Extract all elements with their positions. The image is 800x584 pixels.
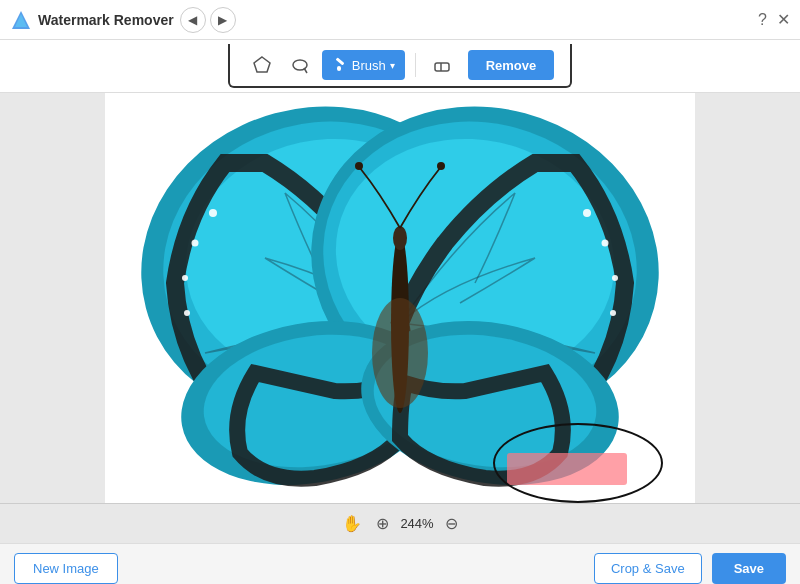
svg-point-31 — [437, 162, 445, 170]
remove-button[interactable]: Remove — [468, 50, 555, 80]
zoom-out-icon[interactable]: ⊖ — [445, 514, 458, 533]
brush-dropdown-icon: ▾ — [390, 60, 395, 71]
svg-point-30 — [355, 162, 363, 170]
eraser-tool-button[interactable] — [426, 49, 458, 81]
brush-label: Brush — [352, 58, 386, 73]
svg-point-19 — [184, 310, 190, 316]
app-logo-icon — [10, 9, 32, 31]
crop-save-button[interactable]: Crop & Save — [594, 553, 702, 584]
toolbar: Brush ▾ Remove — [228, 44, 573, 88]
title-bar: Watermark Remover ◀ ▶ ? ✕ — [0, 0, 800, 40]
svg-point-23 — [610, 310, 616, 316]
canvas-area — [0, 93, 800, 503]
save-button[interactable]: Save — [712, 553, 786, 584]
svg-point-29 — [393, 226, 407, 250]
polygon-icon — [252, 55, 272, 75]
lasso-tool-button[interactable] — [284, 49, 316, 81]
nav-buttons: ◀ ▶ — [180, 7, 236, 33]
svg-rect-7 — [435, 63, 449, 71]
close-button[interactable]: ✕ — [777, 10, 790, 29]
butterfly-image — [105, 93, 695, 503]
svg-point-32 — [372, 298, 428, 408]
svg-point-17 — [192, 240, 199, 247]
watermark-highlight — [507, 453, 627, 485]
toolbar-wrapper: Brush ▾ Remove — [0, 40, 800, 93]
svg-point-18 — [182, 275, 188, 281]
polygon-tool-button[interactable] — [246, 49, 278, 81]
zoom-in-icon[interactable]: ⊕ — [376, 514, 389, 533]
title-bar-left: Watermark Remover ◀ ▶ — [10, 7, 236, 33]
forward-button[interactable]: ▶ — [210, 7, 236, 33]
brush-icon — [332, 57, 348, 73]
svg-point-22 — [612, 275, 618, 281]
bottom-right-actions: Crop & Save Save — [594, 553, 786, 584]
title-bar-right: ? ✕ — [758, 10, 790, 29]
image-container — [105, 93, 695, 503]
back-button[interactable]: ◀ — [180, 7, 206, 33]
svg-marker-2 — [254, 57, 270, 72]
zoom-bar: ✋ ⊕ 244% ⊖ — [0, 503, 800, 543]
svg-point-21 — [602, 240, 609, 247]
svg-point-16 — [209, 209, 217, 217]
toolbar-divider — [415, 53, 416, 77]
lasso-icon — [290, 55, 310, 75]
zoom-level: 244% — [397, 516, 437, 531]
new-image-button[interactable]: New Image — [14, 553, 118, 584]
svg-rect-6 — [337, 66, 341, 71]
help-button[interactable]: ? — [758, 11, 767, 29]
svg-point-20 — [583, 209, 591, 217]
bottom-bar: New Image Crop & Save Save — [0, 543, 800, 584]
app-title: Watermark Remover — [38, 12, 174, 28]
brush-tool-button[interactable]: Brush ▾ — [322, 50, 405, 80]
svg-rect-5 — [335, 57, 344, 65]
hand-icon[interactable]: ✋ — [342, 514, 362, 533]
eraser-icon — [432, 55, 452, 75]
